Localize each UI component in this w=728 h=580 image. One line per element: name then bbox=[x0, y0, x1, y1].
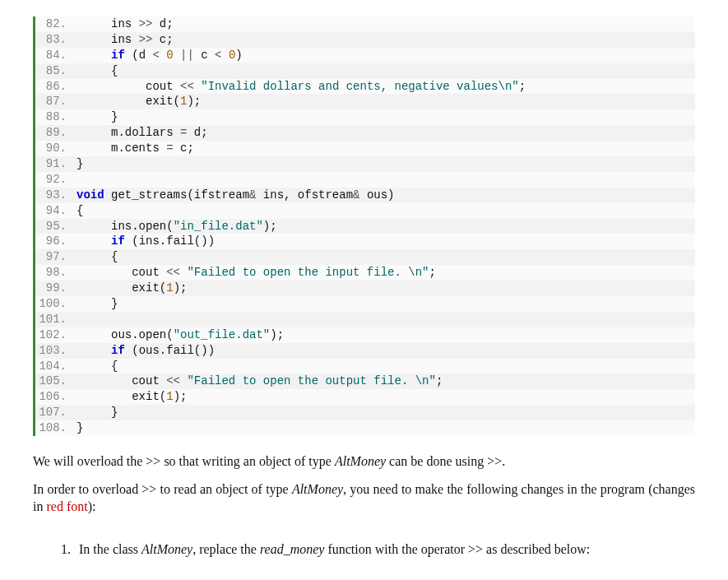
code-line: 106. exit(1); bbox=[33, 389, 695, 405]
line-number: 100. bbox=[33, 296, 70, 312]
line-number: 99. bbox=[33, 281, 70, 296]
code-line: 94.{ bbox=[33, 203, 695, 219]
line-number: 96. bbox=[33, 234, 70, 249]
text: We will overload the bbox=[33, 454, 146, 468]
code-text: void get_streams(ifstream& ins, ofstream… bbox=[70, 188, 395, 203]
line-number: 97. bbox=[33, 249, 70, 265]
code-text: } bbox=[70, 405, 118, 420]
line-number: 101. bbox=[33, 312, 70, 327]
line-number: 105. bbox=[33, 374, 70, 389]
line-number: 88. bbox=[33, 109, 70, 125]
class-name: AltMoney bbox=[292, 482, 343, 496]
function-name: read_money bbox=[260, 542, 325, 556]
line-number: 104. bbox=[33, 359, 70, 374]
code-text: } bbox=[70, 296, 118, 312]
code-line: 88. } bbox=[33, 109, 695, 125]
code-text: cout << "Invalid dollars and cents, nega… bbox=[70, 79, 526, 95]
line-number: 82. bbox=[33, 16, 70, 32]
paragraph-overload-intro: We will overload the >> so that writing … bbox=[33, 452, 695, 471]
code-line: 91.} bbox=[33, 156, 695, 172]
line-number: 94. bbox=[33, 203, 70, 219]
paragraph-overload-steps-intro: In order to overload >> to read an objec… bbox=[33, 480, 695, 516]
line-number: 90. bbox=[33, 141, 70, 156]
code-line: 98. cout << "Failed to open the input fi… bbox=[33, 265, 695, 281]
code-text: { bbox=[70, 249, 118, 265]
code-line: 89. m.dollars = d; bbox=[33, 125, 695, 141]
code-text: { bbox=[70, 63, 118, 79]
code-text: m.dollars = d; bbox=[70, 125, 208, 141]
text: can be done using bbox=[386, 454, 487, 468]
code-line: 102. ous.open("out_file.dat"); bbox=[33, 327, 695, 343]
code-text: if (ins.fail()) bbox=[70, 234, 215, 249]
code-line: 97. { bbox=[33, 249, 695, 265]
code-line: 92. bbox=[33, 172, 695, 188]
line-number: 89. bbox=[33, 125, 70, 141]
code-line: 87. exit(1); bbox=[33, 94, 695, 109]
code-text: if (d < 0 || c < 0) bbox=[70, 48, 243, 63]
code-text: } bbox=[70, 109, 118, 125]
code-text: exit(1); bbox=[70, 389, 187, 405]
code-text: if (ous.fail()) bbox=[70, 343, 215, 359]
code-line: 107. } bbox=[33, 405, 695, 420]
text: . bbox=[502, 454, 505, 468]
line-number: 98. bbox=[33, 265, 70, 281]
operator: >> bbox=[141, 482, 156, 496]
class-name: AltMoney bbox=[335, 454, 386, 468]
line-number: 93. bbox=[33, 188, 70, 203]
operator: >> bbox=[487, 454, 502, 468]
code-line: 100. } bbox=[33, 296, 695, 312]
code-line: 108.} bbox=[33, 420, 695, 436]
line-number: 107. bbox=[33, 405, 70, 420]
code-line: 96. if (ins.fail()) bbox=[33, 234, 695, 249]
text: so that writing an object of type bbox=[160, 454, 335, 468]
text: ): bbox=[88, 499, 96, 513]
line-number: 106. bbox=[33, 389, 70, 405]
code-text: { bbox=[70, 203, 83, 219]
code-line: 83. ins >> c; bbox=[33, 32, 695, 48]
line-number: 84. bbox=[33, 48, 70, 63]
red-font-text: red font bbox=[46, 499, 87, 513]
code-text: exit(1); bbox=[70, 281, 187, 296]
text: In order to overload bbox=[33, 482, 141, 496]
code-text: ins.open("in_file.dat"); bbox=[70, 219, 277, 234]
line-number: 95. bbox=[33, 219, 70, 234]
line-number: 102. bbox=[33, 327, 70, 343]
code-line: 99. exit(1); bbox=[33, 281, 695, 296]
code-line: 82. ins >> d; bbox=[33, 16, 695, 32]
line-number: 86. bbox=[33, 79, 70, 95]
line-number: 87. bbox=[33, 94, 70, 109]
code-text: { bbox=[70, 359, 118, 374]
text: to read an object of type bbox=[156, 482, 292, 496]
code-line: 95. ins.open("in_file.dat"); bbox=[33, 219, 695, 234]
code-text: ins >> c; bbox=[70, 32, 174, 48]
text: In the class bbox=[79, 542, 141, 556]
code-line: 101. bbox=[33, 312, 695, 327]
steps-list: In the class AltMoney, replace the read_… bbox=[33, 541, 695, 559]
line-number: 92. bbox=[33, 172, 70, 188]
code-text: cout << "Failed to open the output file.… bbox=[70, 374, 443, 389]
code-text: exit(1); bbox=[70, 94, 201, 109]
line-number: 108. bbox=[33, 420, 70, 436]
code-block: 82. ins >> d;83. ins >> c;84. if (d < 0 … bbox=[33, 16, 695, 436]
code-text: ous.open("out_file.dat"); bbox=[70, 327, 284, 343]
line-number: 85. bbox=[33, 63, 70, 79]
code-text: m.cents = c; bbox=[70, 141, 194, 156]
code-line: 93.void get_streams(ifstream& ins, ofstr… bbox=[33, 188, 695, 203]
text: , replace the bbox=[192, 542, 260, 556]
text: function with the operator bbox=[324, 542, 468, 556]
code-line: 85. { bbox=[33, 63, 695, 79]
operator: >> bbox=[468, 542, 483, 556]
code-line: 90. m.cents = c; bbox=[33, 141, 695, 156]
text: as described below: bbox=[483, 542, 590, 556]
line-number: 83. bbox=[33, 32, 70, 48]
code-line: 104. { bbox=[33, 359, 695, 374]
code-text: ins >> d; bbox=[70, 16, 174, 32]
code-line: 105. cout << "Failed to open the output … bbox=[33, 374, 695, 389]
step-item-1: In the class AltMoney, replace the read_… bbox=[74, 541, 695, 559]
code-text: cout << "Failed to open the input file. … bbox=[70, 265, 436, 281]
line-number: 91. bbox=[33, 156, 70, 172]
class-name: AltMoney bbox=[141, 542, 192, 556]
line-number: 103. bbox=[33, 343, 70, 359]
operator: >> bbox=[146, 454, 160, 468]
code-text: } bbox=[70, 156, 83, 172]
